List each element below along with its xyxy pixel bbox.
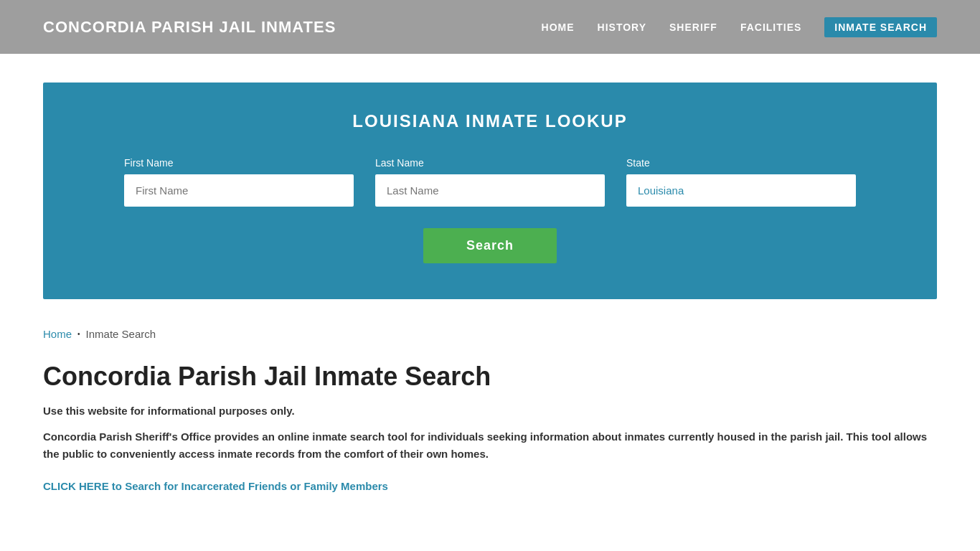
state-field: State (626, 157, 856, 207)
breadcrumb-separator: • (77, 330, 80, 338)
nav-home[interactable]: HOME (542, 22, 575, 33)
last-name-label: Last Name (375, 157, 605, 169)
nav-history[interactable]: HISTORY (598, 22, 646, 33)
main-content: Concordia Parish Jail Inmate Search Use … (0, 362, 980, 493)
first-name-label: First Name (124, 157, 354, 169)
site-header: CONCORDIA PARISH JAIL INMATES HOME HISTO… (0, 0, 980, 54)
search-banner: LOUISIANA INMATE LOOKUP First Name Last … (43, 83, 937, 299)
search-form-row: First Name Last Name State (86, 157, 894, 207)
click-here-link[interactable]: CLICK HERE to Search for Incarcerated Fr… (43, 480, 388, 492)
page-title: Concordia Parish Jail Inmate Search (43, 362, 937, 392)
search-btn-wrap: Search (86, 228, 894, 263)
last-name-field: Last Name (375, 157, 605, 207)
breadcrumb-home[interactable]: Home (43, 328, 72, 340)
site-title: CONCORDIA PARISH JAIL INMATES (43, 18, 336, 37)
first-name-field: First Name (124, 157, 354, 207)
info-bold-text: Use this website for informational purpo… (43, 405, 937, 417)
state-input[interactable] (626, 174, 856, 207)
breadcrumb: Home • Inmate Search (0, 328, 980, 340)
nav-sheriff[interactable]: SHERIFF (669, 22, 717, 33)
nav-facilities[interactable]: FACILITIES (740, 22, 801, 33)
first-name-input[interactable] (124, 174, 354, 207)
main-nav: HOME HISTORY SHERIFF FACILITIES INMATE S… (542, 17, 937, 37)
last-name-input[interactable] (375, 174, 605, 207)
search-button[interactable]: Search (423, 228, 557, 263)
state-label: State (626, 157, 856, 169)
banner-title: LOUISIANA INMATE LOOKUP (86, 111, 894, 131)
info-paragraph: Concordia Parish Sheriff's Office provid… (43, 428, 937, 463)
nav-inmate-search[interactable]: INMATE SEARCH (824, 17, 937, 37)
breadcrumb-current: Inmate Search (86, 328, 156, 340)
